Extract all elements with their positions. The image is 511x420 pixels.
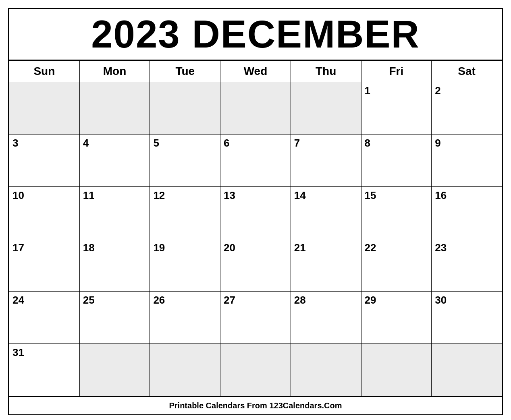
calendar-grid: SunMonTueWedThuFriSat 123456789101112131… [9,60,502,396]
calendar-day-cell: 22 [361,239,432,291]
calendar-day-cell: 13 [220,186,291,239]
day-header-fri: Fri [361,60,432,82]
calendar-day-cell: 4 [79,134,150,186]
calendar-day-cell [79,82,150,134]
day-header-sun: Sun [9,60,80,82]
calendar-day-cell [432,343,502,396]
calendar-day-cell: 30 [432,291,502,343]
calendar-day-cell [361,343,432,396]
calendar-footer: Printable Calendars From 123Calendars.Co… [9,396,502,414]
calendar-day-cell [220,82,291,134]
calendar-day-cell: 12 [150,186,220,239]
day-header-wed: Wed [220,60,291,82]
calendar-week-row: 17181920212223 [9,239,502,291]
day-header-tue: Tue [150,60,220,82]
calendar-day-cell: 9 [432,134,502,186]
day-headers-row: SunMonTueWedThuFriSat [9,60,502,82]
calendar-day-cell [291,82,361,134]
calendar-day-cell: 28 [291,291,361,343]
calendar-day-cell: 27 [220,291,291,343]
calendar-day-cell: 5 [150,134,220,186]
calendar-day-cell: 8 [361,134,432,186]
calendar-day-cell: 15 [361,186,432,239]
calendar-day-cell: 21 [291,239,361,291]
calendar-day-cell: 3 [9,134,80,186]
calendar-title: 2023 DECEMBER [9,9,502,60]
calendar-day-cell [79,343,150,396]
calendar-day-cell: 2 [432,82,502,134]
calendar-week-row: 12 [9,82,502,134]
calendar-day-cell: 18 [79,239,150,291]
calendar-day-cell [291,343,361,396]
day-header-mon: Mon [79,60,150,82]
calendar-day-cell: 11 [79,186,150,239]
calendar-day-cell [9,82,80,134]
calendar-week-row: 3456789 [9,134,502,186]
calendar-day-cell [220,343,291,396]
calendar-day-cell: 16 [432,186,502,239]
calendar-day-cell: 19 [150,239,220,291]
day-header-sat: Sat [432,60,502,82]
calendar-day-cell: 6 [220,134,291,186]
calendar-day-cell: 23 [432,239,502,291]
footer-text: Printable Calendars From [169,401,269,410]
calendar-week-row: 24252627282930 [9,291,502,343]
calendar-day-cell: 29 [361,291,432,343]
footer-brand: 123Calendars.Com [269,401,342,410]
calendar-container: 2023 DECEMBER SunMonTueWedThuFriSat 1234… [8,8,503,415]
calendar-day-cell: 26 [150,291,220,343]
calendar-day-cell: 14 [291,186,361,239]
calendar-day-cell: 17 [9,239,80,291]
calendar-day-cell [150,82,220,134]
calendar-day-cell: 31 [9,343,80,396]
calendar-day-cell: 7 [291,134,361,186]
calendar-week-row: 31 [9,343,502,396]
calendar-week-row: 10111213141516 [9,186,502,239]
calendar-day-cell: 20 [220,239,291,291]
calendar-day-cell [150,343,220,396]
day-header-thu: Thu [291,60,361,82]
calendar-day-cell: 10 [9,186,80,239]
calendar-day-cell: 25 [79,291,150,343]
calendar-day-cell: 1 [361,82,432,134]
calendar-day-cell: 24 [9,291,80,343]
